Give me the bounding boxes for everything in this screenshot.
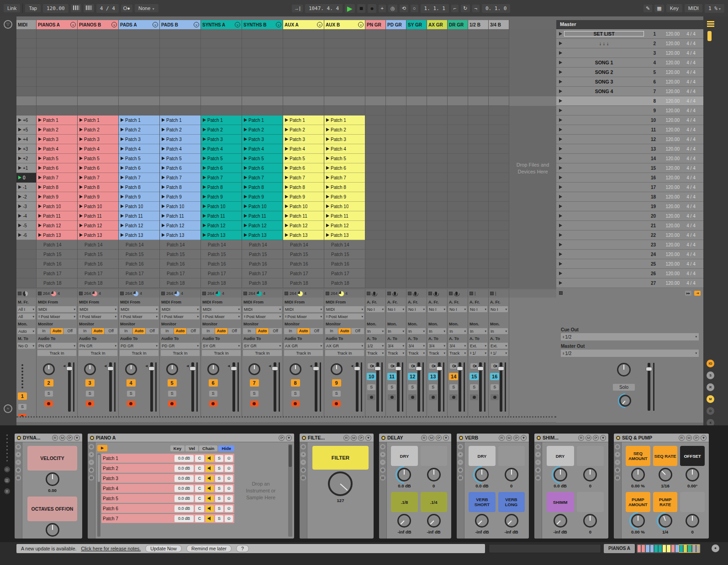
macro-strip-icon[interactable]: − — [16, 460, 21, 465]
clip-slot[interactable]: Patch 10 — [201, 202, 242, 211]
arm-record-button[interactable] — [45, 401, 53, 407]
scene-play-icon[interactable] — [559, 51, 562, 55]
scene-time-signature[interactable]: 4 / 4 — [681, 118, 701, 123]
clip-slot[interactable]: Patch 8 — [78, 183, 118, 192]
clip-play-icon[interactable] — [285, 214, 288, 218]
clip-play-icon[interactable] — [18, 147, 21, 151]
macro-strip-icon[interactable]: + — [16, 452, 21, 457]
track-solo-button[interactable]: S — [86, 391, 94, 397]
scene-row[interactable]: 23120.004 / 4 — [556, 240, 703, 250]
volume-fader[interactable] — [150, 362, 153, 412]
chain-volume[interactable]: 0.0 dB — [174, 465, 194, 472]
clip-slot[interactable] — [365, 29, 385, 39]
scene-row[interactable]: 8120.004 / 4 — [556, 96, 703, 106]
clip-play-icon[interactable] — [121, 224, 124, 227]
tab-key[interactable]: Key — [170, 445, 185, 451]
scene-tempo[interactable]: 120.00 — [658, 166, 680, 171]
clip-slot[interactable] — [406, 259, 427, 269]
scene-tempo[interactable]: 120.00 — [658, 41, 680, 46]
clip-slot[interactable]: Patch 8 — [160, 183, 200, 192]
clip-slot[interactable] — [37, 106, 77, 115]
clip-slot[interactable] — [16, 278, 36, 288]
clip-play-icon[interactable] — [162, 233, 165, 237]
clip-play-icon[interactable] — [203, 118, 206, 122]
clip-slot[interactable]: Patch 9 — [37, 192, 77, 202]
device-title-bar[interactable]: DYNA...RM⟳▼ — [15, 434, 82, 442]
macro-strip-icon[interactable]: + — [458, 452, 463, 457]
clip-slot[interactable] — [160, 106, 200, 115]
clip-slot[interactable]: Patch 18 — [324, 278, 365, 288]
clip-play-icon[interactable] — [121, 157, 124, 160]
clip-play-icon[interactable] — [18, 195, 21, 199]
clip-slot[interactable]: Patch 14 — [283, 240, 324, 250]
arm-record-button[interactable] — [429, 394, 437, 400]
volume-fader[interactable] — [438, 362, 441, 412]
clip-slot[interactable]: Patch 12 — [242, 221, 283, 230]
output-extra[interactable]: Track▾ — [387, 350, 405, 356]
monitor-in-button[interactable]: In — [79, 328, 91, 334]
track-solo-button[interactable]: S — [291, 391, 300, 397]
clip-slot[interactable] — [160, 77, 200, 87]
clip-play-icon[interactable] — [203, 137, 206, 141]
clip-slot[interactable] — [242, 48, 283, 58]
track-activator-button[interactable]: 16 — [490, 373, 499, 380]
scene-play-icon[interactable] — [559, 42, 562, 45]
clip-slot[interactable] — [468, 259, 488, 269]
clip-slot[interactable] — [468, 278, 488, 288]
clip-slot[interactable] — [386, 115, 406, 125]
macro-knob[interactable] — [631, 468, 645, 481]
scene-tempo[interactable]: 120.00 — [658, 146, 680, 152]
scene-tempo[interactable]: 120.00 — [658, 233, 680, 238]
clip-slot[interactable]: Patch 2 — [78, 125, 118, 135]
clip-play-icon[interactable] — [79, 137, 83, 141]
scene-tempo[interactable]: 120.00 — [658, 223, 680, 228]
device-title-bar[interactable]: PIANO A⟳▼ — [88, 434, 294, 442]
clip-slot[interactable] — [468, 154, 488, 163]
output-routing-select[interactable]: PN GR▾ — [37, 343, 76, 349]
clip-slot[interactable] — [242, 58, 283, 68]
clip-slot[interactable]: +2 — [16, 154, 36, 163]
output-routing-select[interactable]: No O▾ — [17, 343, 35, 349]
clip-slot[interactable] — [427, 96, 447, 106]
scene-time-signature[interactable]: 4 / 4 — [681, 137, 701, 142]
monitor-in-button[interactable]: In — [37, 328, 50, 334]
output-routing-select[interactable]: SY GR▾ — [202, 343, 241, 349]
macro-strip-icon[interactable]: ◍ — [301, 467, 306, 473]
clip-play-icon[interactable] — [244, 128, 247, 131]
clip-slot[interactable]: Patch 7 — [119, 173, 159, 183]
clip-slot[interactable]: Patch 5 — [201, 154, 242, 163]
clip-slot[interactable] — [365, 68, 385, 77]
clip-slot[interactable] — [468, 29, 488, 39]
clip-play-icon[interactable] — [326, 185, 329, 189]
chain-activator-button[interactable] — [206, 455, 214, 462]
scene-view-icon[interactable]: ▸▸ — [685, 291, 691, 296]
clip-slot[interactable]: Patch 17 — [324, 269, 365, 278]
clip-slot[interactable] — [448, 135, 468, 144]
fader-handle[interactable] — [646, 367, 652, 371]
clip-slot[interactable] — [489, 68, 509, 77]
clip-slot[interactable] — [386, 259, 406, 269]
output-extra[interactable]: Track▾ — [428, 350, 446, 356]
clip-slot[interactable] — [406, 115, 427, 125]
clip-slot[interactable] — [16, 68, 36, 77]
arm-record-button[interactable] — [168, 401, 176, 407]
input-routing-select[interactable]: MIDI▾ — [37, 306, 76, 312]
clip-slot[interactable] — [427, 29, 447, 39]
input-routing-select[interactable]: All I▾ — [17, 306, 35, 312]
clip-slot[interactable]: Patch 4 — [37, 144, 77, 154]
clip-play-icon[interactable] — [285, 204, 288, 208]
macro-strip-icon[interactable]: − — [380, 460, 385, 465]
clip-play-icon[interactable] — [121, 233, 124, 237]
fader-handle[interactable] — [107, 366, 114, 371]
scene-row[interactable]: 16120.004 / 4 — [556, 173, 703, 183]
macro-strip-icon[interactable]: ◎ — [615, 444, 620, 450]
r-icon[interactable]: R — [578, 435, 584, 441]
clip-slot[interactable] — [448, 230, 468, 240]
clip-slot[interactable]: Patch 5 — [119, 154, 159, 163]
nudge-down-button[interactable] — [71, 4, 81, 12]
output-extra[interactable]: Track In — [202, 350, 241, 356]
clip-slot[interactable]: Patch 18 — [283, 278, 324, 288]
clip-stop-button[interactable] — [387, 292, 391, 295]
clip-slot[interactable]: Patch 13 — [37, 230, 77, 240]
clip-play-icon[interactable] — [79, 118, 83, 122]
